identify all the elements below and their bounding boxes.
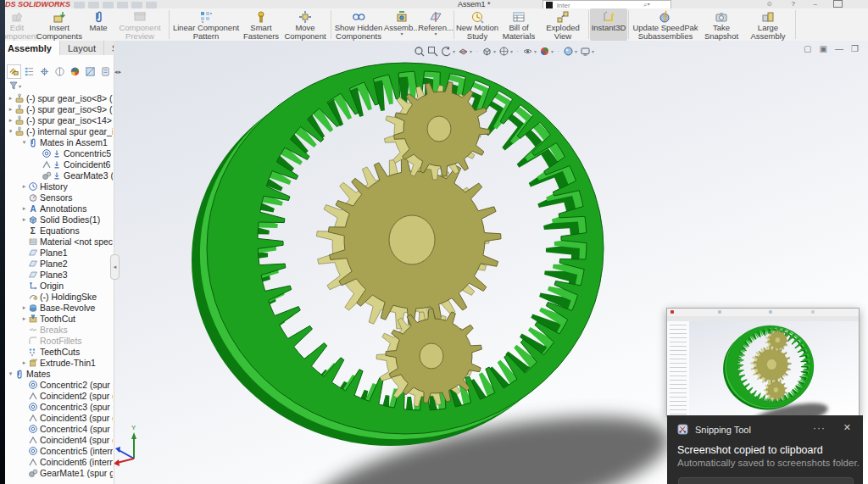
search-icon[interactable]: ⌕▾ bbox=[643, 1, 650, 8]
tree-item-holdingske[interactable]: (-) HoldingSke bbox=[5, 291, 113, 302]
tree-item-breaks[interactable]: Breaks bbox=[5, 324, 113, 335]
view-settings-icon[interactable]: ▾ bbox=[580, 46, 594, 57]
display-style-icon[interactable]: ▾ bbox=[498, 46, 513, 57]
dropdown-caret-icon[interactable]: ▾ bbox=[470, 48, 472, 54]
panel-tab-dimxpert[interactable] bbox=[53, 64, 67, 79]
tree-expand-arrow[interactable]: ▸ bbox=[20, 359, 28, 366]
referen-button[interactable]: Referen...▾ bbox=[419, 8, 453, 41]
panel-tab-feature-manager[interactable] bbox=[7, 64, 21, 79]
update-speedpak-subassemblies-button[interactable]: Update SpeedPak Subassemblies bbox=[630, 8, 701, 41]
tree-filter-row[interactable]: ▾ bbox=[8, 81, 21, 91]
tree-item-concentric5-axis[interactable]: Concentric5 (Axis bbox=[5, 147, 113, 159]
show-hidden-components-button[interactable]: Show Hidden Components bbox=[332, 8, 385, 41]
tree-item-internal-spur-gear-iso-1[interactable]: ▾(-) internal spur gear_iso<1 bbox=[5, 125, 113, 136]
search-input[interactable] bbox=[555, 1, 643, 9]
doc-window-control[interactable]: ❐ bbox=[851, 44, 859, 53]
scene-icon[interactable]: ▾ bbox=[563, 46, 577, 57]
panel-tab-scroll-arrows[interactable]: ◂▸ bbox=[114, 69, 122, 75]
panel-tab-display-manager[interactable] bbox=[68, 64, 82, 79]
filter-caret-icon[interactable]: ▾ bbox=[19, 83, 21, 89]
tree-expand-arrow[interactable]: ▸ bbox=[20, 315, 28, 322]
tree-expand-arrow[interactable]: ▾ bbox=[20, 139, 28, 146]
tree-item-concentric4-spur-gear-i[interactable]: Concentric4 (spur gear_i bbox=[5, 423, 113, 434]
tree-item-spur-gear-iso-14-iso[interactable]: ▸(-) spur gear_iso<14> (ISO bbox=[5, 114, 113, 125]
tree-expand-arrow[interactable]: ▸ bbox=[20, 205, 28, 212]
take-snapshot-button[interactable]: Take Snapshot bbox=[701, 8, 742, 41]
minimize-button[interactable]: – bbox=[814, 0, 817, 8]
tree-expand-arrow[interactable]: ▾ bbox=[7, 128, 14, 135]
dropdown-caret-icon[interactable]: ▾ bbox=[434, 32, 437, 37]
dropdown-caret-icon[interactable]: ▾ bbox=[510, 48, 513, 54]
panel-tab-cam-tree[interactable] bbox=[98, 64, 113, 79]
tree-item-annotations[interactable]: ▸AAnnotations bbox=[5, 203, 113, 214]
panel-tab-configuration-manager[interactable] bbox=[37, 64, 52, 79]
assemb-button[interactable]: Assemb...▾ bbox=[385, 8, 419, 41]
redo-icon[interactable] bbox=[117, 2, 128, 8]
panel-tab-appearances[interactable] bbox=[83, 64, 97, 79]
tree-item-material-not-specified[interactable]: Material <not specified: bbox=[5, 236, 113, 247]
tree-item-coincident2-spur-gear-i[interactable]: Coincident2 (spur gear_i bbox=[5, 390, 113, 401]
tree-expand-arrow[interactable]: ▸ bbox=[20, 183, 28, 190]
tree-item-concentric2-spur-gear-i[interactable]: Concentric2 (spur gear_i bbox=[5, 379, 113, 390]
tree-item-rootfillets[interactable]: RootFillets bbox=[5, 335, 113, 346]
search-box[interactable]: ⌕▾ bbox=[542, 0, 671, 8]
tree-item-coincident4-spur-gear-i[interactable]: Coincident4 (spur gear_i bbox=[5, 434, 113, 445]
notification-close-button[interactable]: ✕ bbox=[843, 422, 851, 433]
panel-collapse-handle[interactable]: ◂ bbox=[110, 254, 120, 280]
rebuild-icon[interactable] bbox=[131, 2, 142, 8]
dropdown-caret-icon[interactable]: ▾ bbox=[551, 48, 554, 54]
tab-layout[interactable]: Layout bbox=[60, 41, 104, 55]
section-view-icon[interactable]: ▾ bbox=[458, 46, 472, 57]
doc-window-control[interactable]: ▢ bbox=[804, 44, 811, 53]
tree-item-coincident3-spur-gear-i[interactable]: Coincident3 (spur gear_i bbox=[5, 412, 113, 423]
tab-assembly[interactable]: Assembly bbox=[0, 41, 60, 55]
tree-item-gearmate3-spur[interactable]: GearMate3 (spur bbox=[5, 170, 113, 181]
tree-item-spur-gear-iso-9-iso[interactable]: ▸(-) spur gear_iso<9> (ISO - bbox=[5, 103, 113, 114]
tree-item-history[interactable]: ▸History bbox=[5, 181, 113, 192]
insert-components-button[interactable]: Insert Components▾ bbox=[34, 8, 85, 41]
undo-icon[interactable] bbox=[103, 2, 114, 8]
tree-expand-arrow[interactable]: ▾ bbox=[7, 370, 14, 377]
smart-fasteners-button[interactable]: Smart Fasteners bbox=[242, 8, 281, 41]
options-icon[interactable] bbox=[146, 2, 157, 8]
tree-item-gearmate1-spur-gear-is[interactable]: GearMate1 (spur gear_is bbox=[5, 467, 113, 478]
previous-view-icon[interactable]: ▾ bbox=[441, 46, 455, 57]
tree-expand-arrow[interactable]: ▸ bbox=[7, 106, 14, 113]
save-icon[interactable] bbox=[74, 2, 85, 8]
filter-funnel-icon[interactable] bbox=[8, 81, 19, 91]
zoom-area-icon[interactable] bbox=[427, 46, 438, 57]
instant3d-button[interactable]: Instant3D bbox=[590, 8, 627, 41]
user-icon[interactable]: ☺ bbox=[766, 0, 773, 8]
dropdown-caret-icon[interactable]: ▾ bbox=[592, 48, 594, 54]
tree-item-plane2[interactable]: Plane2 bbox=[5, 258, 113, 269]
notification-more-button[interactable]: ··· bbox=[813, 422, 826, 434]
tree-item-mates-in-assem1[interactable]: ▾Mates in Assem1 bbox=[5, 136, 113, 147]
tree-item-spur-gear-iso-8-iso[interactable]: ▸(-) spur gear_iso<8> (ISO - bbox=[5, 92, 113, 103]
notification-action-button[interactable] bbox=[678, 477, 854, 484]
edit-component-button[interactable]: Edit Component bbox=[0, 8, 34, 41]
view-orientation-icon[interactable]: ▾ bbox=[481, 46, 496, 57]
hide-show-items-icon[interactable]: ▾ bbox=[522, 46, 537, 57]
tree-item-concentric3-spur-gear-i[interactable]: Concentric3 (spur gear_i bbox=[5, 401, 113, 412]
tree-item-toothcut[interactable]: ▸ToothCut bbox=[5, 313, 113, 324]
tree-item-solid-bodies-1[interactable]: ▸Solid Bodies(1) bbox=[5, 214, 113, 225]
tree-item-base-revolve[interactable]: ▸Base-Revolve bbox=[5, 302, 113, 313]
dropdown-caret-icon[interactable]: ▾ bbox=[400, 32, 403, 37]
tree-item-teethcuts[interactable]: TeethCuts bbox=[5, 346, 113, 357]
help-icon[interactable]: ? bbox=[792, 0, 795, 8]
tree-item-origin[interactable]: Origin bbox=[5, 280, 113, 291]
bill-of-materials-button[interactable]: Bill of Materials bbox=[499, 8, 538, 41]
zoom-fit-icon[interactable] bbox=[414, 46, 425, 57]
tree-item-concentric5-internal-sp[interactable]: Concentric5 (internal sp bbox=[5, 445, 113, 456]
move-component-button[interactable]: Move Component▾ bbox=[281, 8, 330, 41]
appearance-icon[interactable]: ▾ bbox=[539, 46, 554, 57]
tree-item-coincident6-internal-sp[interactable]: Coincident6 (internal sp bbox=[5, 456, 113, 467]
tree-item-plane1[interactable]: Plane1 bbox=[5, 247, 113, 258]
tree-item-mates[interactable]: ▾Mates bbox=[5, 368, 113, 379]
screenshot-preview-thumbnail[interactable] bbox=[666, 308, 860, 417]
tree-item-plane3[interactable]: Plane3 bbox=[5, 269, 113, 280]
component-preview-window-button[interactable]: Component Preview Window bbox=[112, 8, 168, 41]
panel-tab-property-manager[interactable] bbox=[22, 64, 36, 79]
tree-expand-arrow[interactable]: ▸ bbox=[7, 117, 14, 124]
exploded-view-button[interactable]: Exploded View▾ bbox=[538, 8, 587, 41]
